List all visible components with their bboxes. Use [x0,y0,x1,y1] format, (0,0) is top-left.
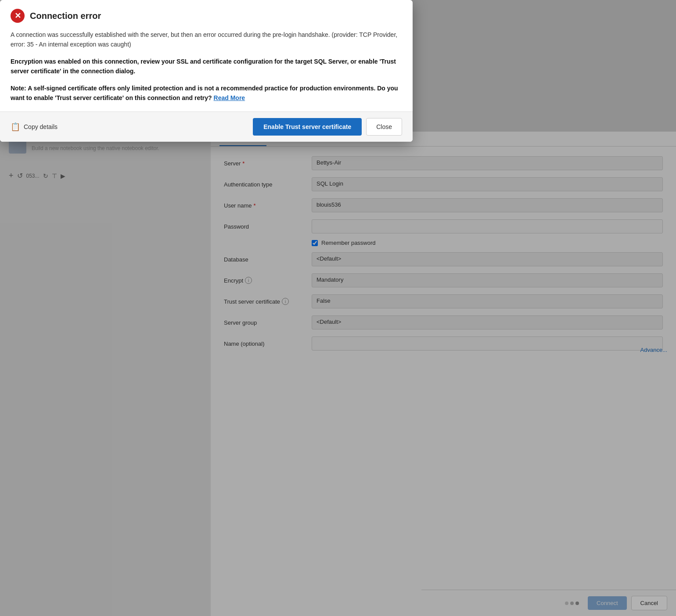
error-dialog: ✕ Connection error A connection was succ… [0,0,413,142]
close-button[interactable]: Close [366,118,402,136]
dialog-header: ✕ Connection error [0,0,413,30]
modal-overlay: ✕ Connection error A connection was succ… [0,0,676,616]
dialog-body: A connection was successfully establishe… [0,30,413,111]
error-primary-message: A connection was successfully establishe… [11,30,402,50]
error-icon: ✕ [11,9,25,23]
dialog-actions: Enable Trust server certificate Close [253,118,402,136]
enable-trust-cert-button[interactable]: Enable Trust server certificate [253,118,362,136]
error-bold-message: Encryption was enabled on this connectio… [11,57,402,76]
read-more-link[interactable]: Read More [214,94,245,101]
dialog-footer: 📋 Copy details Enable Trust server certi… [0,111,413,142]
dialog-title: Connection error [30,11,101,21]
copy-icon: 📋 [11,122,20,132]
error-note-message: Note: A self-signed certificate offers o… [11,83,402,103]
copy-details-button[interactable]: 📋 Copy details [11,122,58,132]
copy-details-label: Copy details [24,123,58,130]
